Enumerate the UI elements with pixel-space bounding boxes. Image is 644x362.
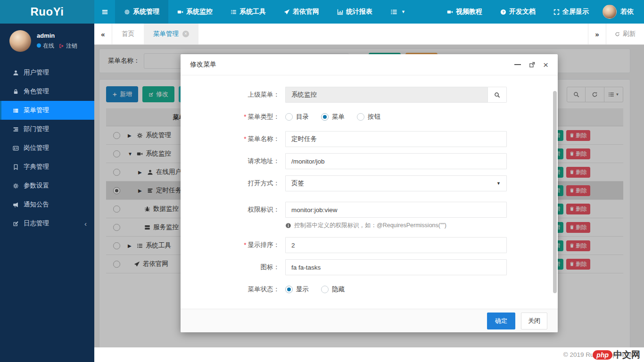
tab-bar: « 首页 菜单管理× » 刷新 [94,24,644,45]
display-order-input[interactable] [285,237,507,253]
nav-item-fullscreen[interactable]: 全屏显示 [545,0,598,24]
radio-label: 显示 [296,285,309,294]
nav-item-reports[interactable]: 统计报表 [328,0,381,24]
sidebar-item-roles[interactable]: 角色管理 [0,82,94,101]
modal-scrollbar[interactable] [553,77,557,307]
minimize-icon[interactable] [514,64,521,65]
permission-input[interactable] [285,202,507,218]
bookmark-icon [13,164,19,170]
gear-icon [124,9,130,15]
radio-label: 目录 [296,113,309,121]
parent-menu-picker-button[interactable] [488,87,507,103]
nav-item-video-tutorial[interactable]: 视频教程 [438,0,491,24]
request-url-input[interactable] [285,153,507,169]
radio-label: 按钮 [368,113,380,121]
info-circle-icon [285,222,291,229]
tabs-scroll-right-button[interactable]: » [588,24,606,44]
tab-menu-mgmt[interactable]: 菜单管理× [144,24,198,44]
user-icon [13,70,19,76]
nav-item-label: 开发文档 [509,8,536,16]
watermark-badge: php [593,350,612,360]
radio-label: 隐藏 [332,285,345,294]
radio-checked-icon[interactable] [321,113,329,121]
parent-menu-input[interactable] [285,87,488,103]
menu-list-icon [390,8,397,16]
sidebar-item-menus[interactable]: 菜单管理 [0,101,94,120]
radio-option-menu[interactable]: 菜单 [321,113,345,121]
bullhorn-icon [13,202,19,208]
sidebar-menu: 用户管理 角色管理 菜单管理 部门管理 岗位管理 字典管理 参数设置 通知公告 … [0,63,94,233]
field-label-order: 显示排序： [181,241,285,249]
refresh-label: 刷新 [623,30,636,38]
nav-item-system-monitor[interactable]: 系统监控 [168,0,222,24]
sidebar-item-label: 字典管理 [24,163,49,171]
maximize-icon[interactable] [528,61,536,68]
video-icon [447,9,453,15]
online-status: 在线 [37,42,54,50]
sidebar-item-label: 通知公告 [24,200,49,209]
radio-option-directory[interactable]: 目录 [285,113,309,121]
open-mode-select[interactable]: 页签▼ [285,175,507,191]
sidebar-toggle-button[interactable] [94,0,115,24]
sidebar-item-logs[interactable]: 日志管理‹ [0,214,94,233]
scrollbar-thumb[interactable] [553,91,557,293]
sidebar-item-params[interactable]: 参数设置 [0,176,94,195]
radio-icon[interactable] [321,286,329,293]
radio-icon[interactable] [357,113,364,121]
online-dot-icon [37,43,41,48]
sidebar-item-label: 用户管理 [24,68,49,77]
lock-icon [13,89,19,95]
close-icon[interactable]: × [543,60,548,69]
modal-title: 修改菜单 [190,60,514,69]
tabs-scroll-left-button[interactable]: « [94,24,112,44]
nav-item-label: 系统监控 [186,8,213,16]
sidebar-item-posts[interactable]: 岗位管理 [0,139,94,157]
field-label-target: 打开方式： [181,179,285,188]
nav-more-dropdown[interactable]: ▼ [381,0,414,24]
navbar-spacer [414,0,438,24]
tab-home[interactable]: 首页 [112,24,144,44]
sign-out-icon [59,43,64,49]
radio-option-hide[interactable]: 隐藏 [321,285,345,294]
nav-item-label: 视频教程 [456,8,482,16]
sidebar-item-departments[interactable]: 部门管理 [0,120,94,139]
edit-menu-modal: 修改菜单 × 上级菜单： 菜单类型： 目录 菜单 按钮 [181,54,558,332]
search-icon [494,92,500,98]
radio-checked-icon[interactable] [285,286,293,293]
nav-item-system-mgmt[interactable]: 系统管理 [115,0,168,24]
sidebar-item-label: 日志管理 [24,219,49,228]
app-root: RuoYi 系统管理 系统监控 系统工具 若依官网 统计报表 ▼ 视频教程 开发… [0,0,644,362]
sidebar-item-users[interactable]: 用户管理 [0,63,94,82]
caret-down-icon: ▼ [401,9,405,14]
sidebar-item-notices[interactable]: 通知公告 [0,195,94,214]
navbar-user-menu[interactable]: 若依 [598,0,644,24]
radio-option-button[interactable]: 按钮 [357,113,380,121]
permission-hint: 控制器中定义的权限标识，如：@RequiresPermissions("") [285,222,507,230]
th-list-icon [13,107,19,114]
field-label-name: 菜单名称： [181,135,285,143]
menu-name-input[interactable] [285,131,507,147]
close-button[interactable]: 关闭 [521,313,547,329]
confirm-button[interactable]: 确定 [487,313,515,329]
tab-close-icon[interactable]: × [182,31,189,37]
sidebar-user-name: admin [37,32,77,39]
question-circle-icon [500,9,506,15]
field-label-icon: 图标： [181,263,285,272]
icon-input[interactable] [285,259,507,275]
nav-item-dev-docs[interactable]: 开发文档 [491,0,545,24]
radio-option-show[interactable]: 显示 [285,285,309,294]
sidebar: admin 在线 注销 用户管理 角色管理 菜单管理 部门管理 岗位管理 字典管… [0,24,94,362]
nav-item-label: 统计报表 [346,8,372,16]
field-label-perms: 权限标识： [181,202,285,214]
user-avatar[interactable] [9,30,31,52]
radio-icon[interactable] [285,113,293,121]
tab-refresh-button[interactable]: 刷新 [606,24,644,44]
bar-chart-icon [337,9,343,15]
logout-link[interactable]: 注销 [59,42,77,50]
outdent-icon [13,126,19,132]
nav-item-official-site[interactable]: 若依官网 [275,0,328,24]
nav-item-system-tools[interactable]: 系统工具 [222,0,275,24]
brand-logo[interactable]: RuoYi [0,0,94,24]
modal-body: 上级菜单： 菜单类型： 目录 菜单 按钮 菜单名称： 请求地址： [181,75,558,309]
sidebar-item-dicts[interactable]: 字典管理 [0,157,94,176]
